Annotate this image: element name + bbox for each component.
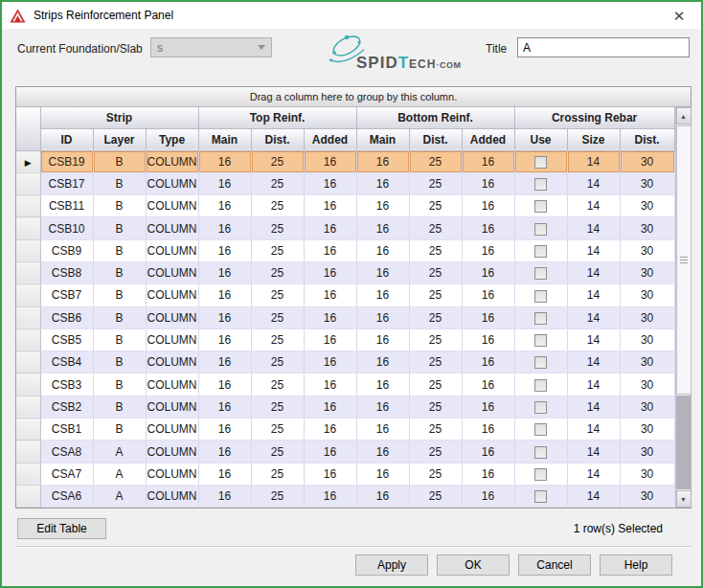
cell-top-main[interactable]: 16 [198,373,251,396]
cell-bottom-added[interactable]: 16 [462,172,514,194]
table-row-csb7[interactable]: CSB7BCOLUMN1625161625161430 [16,284,674,306]
cell-top-dist[interactable]: 25 [251,418,304,441]
row-indicator[interactable] [16,351,40,373]
row-indicator[interactable] [16,239,40,261]
cell-type[interactable]: COLUMN [146,373,198,396]
cell-top-added[interactable]: 16 [304,485,356,507]
cell-size[interactable]: 14 [567,441,620,463]
cell-type[interactable]: COLUMN [146,150,198,172]
cell-bottom-added[interactable]: 16 [462,195,514,217]
cell-top-added[interactable]: 16 [304,396,356,418]
cell-use-checked[interactable] [514,172,567,194]
cell-use-checked[interactable] [514,441,567,463]
cell-layer[interactable]: B [93,351,146,373]
table-row-csa8[interactable]: CSA8ACOLUMN1625161625161430 [16,441,674,463]
cell-dist[interactable]: 30 [620,441,674,463]
cell-top-dist[interactable]: 25 [251,284,304,306]
scrollbar-track[interactable] [676,396,692,489]
cell-top-main[interactable]: 16 [198,172,251,194]
cell-bottom-dist[interactable]: 25 [409,239,462,261]
column-header-dist-4[interactable]: Dist. [251,128,304,150]
table-row-csa7[interactable]: CSA7ACOLUMN1625161625161430 [16,463,674,485]
cell-dist[interactable]: 30 [620,261,674,283]
cell-use-checked[interactable] [514,351,567,373]
cell-type[interactable]: COLUMN [146,239,198,261]
table-row-csb3[interactable]: CSB3BCOLUMN1625161625161430 [16,373,674,396]
cell-top-added[interactable]: 16 [304,463,356,485]
cell-layer[interactable]: B [93,261,146,283]
cell-top-dist[interactable]: 25 [251,306,304,328]
cell-type[interactable]: COLUMN [146,172,198,194]
cell-top-main[interactable]: 16 [198,261,251,283]
table-row-csb10[interactable]: CSB10BCOLUMN1625161625161430 [16,217,674,239]
cell-bottom-main[interactable]: 16 [356,172,409,194]
cell-top-main[interactable]: 16 [198,328,251,351]
cell-use-checked[interactable] [514,217,567,239]
cell-bottom-added[interactable]: 16 [462,284,514,306]
cell-layer[interactable]: B [93,150,146,172]
foundation-slab-dropdown[interactable]: s [150,37,272,57]
edit-table-button[interactable]: Edit Table [17,518,106,539]
cell-bottom-added[interactable]: 16 [462,463,514,485]
cell-size[interactable]: 14 [567,351,620,373]
table-row-csa6[interactable]: CSA6ACOLUMN1625161625161430 [16,485,674,507]
row-indicator[interactable] [16,463,40,485]
row-indicator[interactable] [16,485,40,507]
cell-id[interactable]: CSB17 [40,172,93,194]
cell-top-added[interactable]: 16 [304,172,356,194]
cell-layer[interactable]: B [93,418,146,441]
cell-bottom-main[interactable]: 16 [356,261,409,283]
cell-layer[interactable]: B [93,373,146,396]
cell-bottom-main[interactable]: 16 [356,396,409,418]
use-checkbox[interactable] [534,334,547,347]
column-header-added-8[interactable]: Added [462,128,514,150]
cell-bottom-added[interactable]: 16 [462,485,514,507]
column-header-main-6[interactable]: Main [356,128,409,150]
cell-top-dist[interactable]: 25 [251,239,304,261]
cell-top-main[interactable]: 16 [198,463,251,485]
column-header-dist-11[interactable]: Dist. [620,128,674,150]
cell-layer[interactable]: B [93,306,146,328]
column-group-bottom-reinf-[interactable]: Bottom Reinf. [356,107,514,128]
cell-bottom-main[interactable]: 16 [356,418,409,441]
cell-top-added[interactable]: 16 [304,306,356,328]
cell-bottom-main[interactable]: 16 [356,441,409,463]
column-header-use-9[interactable]: Use [514,128,567,150]
cell-dist[interactable]: 30 [620,306,674,328]
cell-id[interactable]: CSB10 [40,217,93,239]
cell-top-dist[interactable]: 25 [251,195,304,217]
cell-id[interactable]: CSA7 [40,463,93,485]
cell-bottom-dist[interactable]: 25 [409,328,462,351]
cell-use-checked[interactable] [514,306,567,328]
cell-id[interactable]: CSB19 [40,150,93,172]
cell-bottom-dist[interactable]: 25 [409,373,462,396]
cell-dist[interactable]: 30 [620,150,674,172]
cell-top-dist[interactable]: 25 [251,485,304,507]
cell-use-checked[interactable] [514,373,567,396]
cell-id[interactable]: CSB2 [40,396,93,418]
cell-size[interactable]: 14 [567,396,620,418]
cell-bottom-dist[interactable]: 25 [409,441,462,463]
cell-layer[interactable]: A [93,485,146,507]
table-row-csb9[interactable]: CSB9BCOLUMN1625161625161430 [16,239,674,261]
row-indicator[interactable] [16,195,40,217]
use-checkbox[interactable] [534,401,547,414]
cell-bottom-dist[interactable]: 25 [409,418,462,441]
use-checkbox[interactable] [534,245,547,258]
cell-top-added[interactable]: 16 [304,195,356,217]
cell-bottom-dist[interactable]: 25 [409,396,462,418]
help-button[interactable]: Help [600,554,672,576]
cell-use-checked[interactable] [514,463,567,485]
cell-top-main[interactable]: 16 [198,441,251,463]
cell-type[interactable]: COLUMN [146,351,198,373]
row-indicator[interactable] [16,373,40,396]
cell-top-added[interactable]: 16 [304,261,356,283]
cell-id[interactable]: CSB3 [40,373,93,396]
use-checkbox[interactable] [534,223,547,236]
cell-id[interactable]: CSA8 [40,441,93,463]
column-header-layer-1[interactable]: Layer [93,128,146,150]
cell-id[interactable]: CSA6 [40,485,93,507]
use-checkbox[interactable] [534,356,547,369]
column-header-added-5[interactable]: Added [304,128,356,150]
cell-bottom-main[interactable]: 16 [356,150,409,172]
